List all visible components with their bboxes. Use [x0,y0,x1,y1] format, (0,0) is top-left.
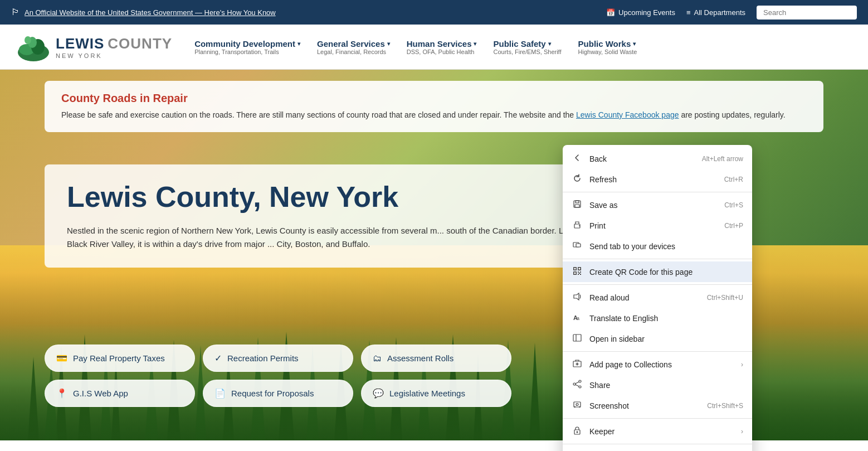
search-input[interactable] [757,6,857,20]
quick-link-recreation-permits[interactable]: ✓ Recreation Permits [203,345,353,372]
quick-link-gis[interactable]: 📍 G.I.S Web App [45,380,195,407]
menu-item-label-read-aloud: Read aloud [589,293,630,302]
logo-county: COUNTY [108,35,172,52]
official-notice: 🏳 An Official Website of the United Stat… [11,7,276,17]
menu-item-label-refresh: Refresh [589,175,617,184]
menu-separator-separator2 [563,259,752,259]
logo-lewis: LEWIS [56,35,104,52]
top-bar: 🏳 An Official Website of the United Stat… [0,0,868,25]
quick-link-rfp[interactable]: 📄 Request for Proposals [203,380,353,407]
nav-public-safety-sub: Courts, Fire/EMS, Sheriff [493,49,561,55]
menu-arrow-add-collections: › [741,361,743,368]
svg-line-57 [576,385,579,386]
nav-public-works[interactable]: Public Works ▾ Highway, Solid Waste [578,39,637,55]
menu-item-back[interactable]: BackAlt+Left arrow [563,148,752,169]
menu-item-left-create-qr: Create QR Code for this page [572,266,693,277]
logo[interactable]: LEWIS COUNTY NEW YORK [17,30,172,64]
page-title: Lewis County, New York [67,181,623,213]
translate-icon: Aa [572,313,583,323]
nav-public-safety-title: Public Safety ▾ [493,39,561,49]
menu-item-left-add-collections: Add page to Collections [572,359,672,370]
menu-item-refresh[interactable]: RefreshCtrl+R [563,169,752,190]
nav-community-development-sub: Planning, Transportation, Trails [194,49,300,55]
nav-human-services[interactable]: Human Services ▾ DSS, OFA, Public Health [407,39,477,55]
menu-item-left-open-sidebar: Open in sidebar [572,333,645,344]
nav-community-development[interactable]: Community Development ▾ Planning, Transp… [194,39,300,55]
menu-item-create-qr[interactable]: Create QR Code for this page [563,261,752,282]
menu-item-label-send-tab: Send tab to your devices [589,242,675,251]
nav-public-works-title: Public Works ▾ [578,39,637,49]
menu-item-label-keeper: Keeper [589,427,615,436]
refresh-icon [572,174,583,185]
svg-rect-44 [579,273,580,274]
back-icon [572,153,583,164]
menu-item-print[interactable]: PrintCtrl+P [563,215,752,236]
svg-point-54 [573,383,576,385]
add-collections-icon [572,359,583,370]
menu-item-read-aloud[interactable]: Read aloudCtrl+Shift+U [563,287,752,308]
svg-point-59 [576,404,578,406]
share-icon [572,380,583,390]
nav-public-works-sub: Highway, Solid Waste [578,49,637,55]
quick-link-pay-taxes[interactable]: 💳 Pay Real Property Taxes [45,345,195,372]
read-aloud-icon [572,292,583,303]
svg-rect-42 [578,274,579,275]
menu-item-send-tab[interactable]: Send tab to your devices [563,236,752,256]
all-departments-link[interactable]: ≡ All Departments [686,8,745,17]
print-icon [572,220,583,231]
svg-point-31 [579,225,580,226]
quick-links: 💳 Pay Real Property Taxes ✓ Recreation P… [45,345,511,407]
svg-rect-37 [579,268,581,270]
facebook-link[interactable]: Lewis County Facebook page [576,110,679,119]
svg-line-56 [576,382,579,384]
menu-separator-separator6 [563,444,752,444]
menu-item-left-send-tab: Send tab to your devices [572,241,675,251]
menu-item-translate[interactable]: AaTranslate to English [563,308,752,328]
menu-item-keeper[interactable]: Keeper› [563,421,752,442]
menu-separator-separator5 [563,418,752,419]
menu-item-left-save-as: Save as [572,200,618,210]
menu-shortcut-save-as: Ctrl+S [724,201,743,209]
menu-item-label-share: Share [589,381,610,390]
svg-rect-48 [573,334,581,341]
menu-item-label-open-sidebar: Open in sidebar [589,334,645,343]
nav: Community Development ▾ Planning, Transp… [194,39,851,55]
credit-card-icon: 💳 [56,353,67,363]
menu-item-share[interactable]: Share [563,375,752,395]
svg-rect-43 [580,274,581,275]
menu-item-open-sidebar[interactable]: Open in sidebar [563,328,752,349]
chevron-down-icon: ▾ [633,41,636,47]
menu-item-add-collections[interactable]: Add page to Collections› [563,354,752,375]
menu-item-left-screenshot: Screenshot [572,400,629,411]
svg-point-4 [25,36,31,44]
nav-human-services-sub: DSS, OFA, Public Health [407,49,477,55]
nav-general-services-sub: Legal, Financial, Records [317,49,390,55]
send-tab-icon [572,241,583,251]
nav-public-safety[interactable]: Public Safety ▾ Courts, Fire/EMS, Sherif… [493,39,561,55]
quick-link-assessment-rolls[interactable]: 🗂 Assessment Rolls [361,345,511,372]
nav-general-services-title: General Services ▾ [317,39,390,49]
nav-general-services[interactable]: General Services ▾ Legal, Financial, Rec… [317,39,390,55]
checkmark-icon: ✓ [214,353,222,363]
chevron-down-icon: ▾ [387,41,390,47]
official-link[interactable]: An Official Website of the United States… [25,8,276,17]
context-menu: BackAlt+Left arrowRefreshCtrl+RSave asCt… [563,145,752,451]
quick-link-legislative[interactable]: 💬 Legislative Meetings [361,380,511,407]
svg-point-55 [579,386,581,388]
menu-item-save-as[interactable]: Save asCtrl+S [563,195,752,215]
menu-arrow-keeper: › [741,428,743,435]
logo-state: NEW YORK [56,52,172,59]
document-icon: 📄 [214,388,226,399]
upcoming-events-link[interactable]: 📅 Upcoming Events [606,8,675,17]
menu-item-view-source[interactable]: View page sourceCtrl+U [563,447,752,451]
svg-rect-40 [578,271,579,273]
menu-item-label-save-as: Save as [589,201,618,210]
flag-icon: 🏳 [11,7,20,17]
svg-rect-58 [574,402,581,407]
nav-human-services-title: Human Services ▾ [407,39,477,49]
menu-item-label-print: Print [589,221,606,230]
menu-item-left-back: Back [572,153,607,164]
hero-description: Nestled in the scenic region of Northern… [67,224,623,251]
menu-item-label-translate: Translate to English [589,314,658,323]
menu-item-screenshot[interactable]: ScreenshotCtrl+Shift+S [563,395,752,416]
